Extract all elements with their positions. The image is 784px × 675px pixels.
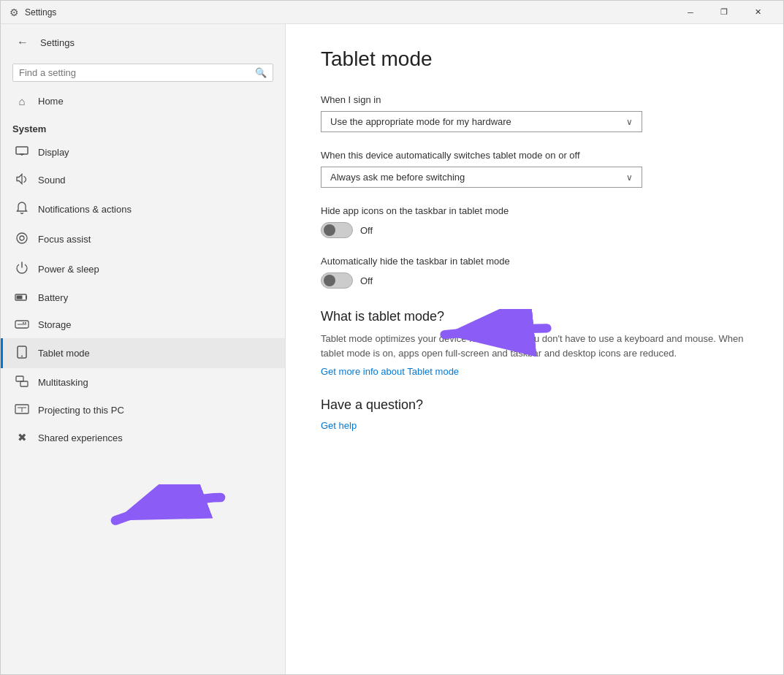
sidebar-item-projecting[interactable]: Projecting to this PC — [1, 397, 285, 424]
restore-button[interactable]: ❐ — [707, 1, 741, 24]
sidebar-item-focus[interactable]: Focus assist — [1, 224, 285, 254]
minimize-button[interactable]: ─ — [674, 1, 707, 24]
sidebar-item-power[interactable]: Power & sleep — [1, 254, 285, 284]
hide-taskbar-toggle-label: Off — [360, 275, 373, 286]
sidebar-item-notifications[interactable]: Notifications & actions — [1, 194, 285, 224]
sidebar-item-label-sound: Sound — [38, 175, 66, 186]
hide-icons-toggle[interactable] — [321, 222, 353, 238]
sign-in-dropdown[interactable]: Use the appropriate mode for my hardware… — [321, 111, 642, 132]
sidebar-item-label-battery: Battery — [38, 292, 68, 303]
search-input[interactable] — [19, 67, 251, 78]
storage-icon — [15, 319, 29, 331]
display-icon — [15, 146, 29, 159]
page-title: Tablet mode — [321, 47, 748, 71]
tablet-icon — [15, 346, 29, 361]
sidebar-header: ← Settings — [1, 24, 285, 58]
focus-icon — [15, 232, 29, 247]
sign-in-setting: When I sign in Use the appropriate mode … — [321, 94, 748, 132]
sidebar-item-label-projecting: Projecting to this PC — [38, 405, 124, 416]
hide-taskbar-toggle-row: Off — [321, 272, 748, 289]
sidebar-item-shared[interactable]: ✖ Shared experiences — [1, 424, 285, 451]
svg-rect-11 — [16, 376, 23, 381]
info-section: What is tablet mode? Tablet mode optimiz… — [321, 309, 748, 377]
window-controls: ─ ❐ ✕ — [674, 1, 775, 24]
sidebar-item-label-home: Home — [38, 96, 64, 107]
sidebar-item-label-shared: Shared experiences — [38, 432, 123, 443]
svg-point-7 — [25, 322, 26, 324]
notifications-icon — [15, 202, 29, 217]
svg-rect-12 — [20, 381, 28, 386]
svg-point-10 — [21, 356, 23, 357]
auto-switch-setting: When this device automatically switches … — [321, 150, 748, 188]
system-section-label: System — [1, 115, 285, 139]
sidebar-item-multitasking[interactable]: Multitasking — [1, 368, 285, 397]
sidebar-item-label-multitasking: Multitasking — [38, 377, 88, 388]
sign-in-label: When I sign in — [321, 94, 748, 105]
sign-in-arrow-icon: ∨ — [626, 117, 633, 127]
close-button[interactable]: ✕ — [741, 1, 775, 24]
hide-taskbar-label: Automatically hide the taskbar in tablet… — [321, 256, 748, 267]
hide-icons-label: Hide app icons on the taskbar in tablet … — [321, 205, 748, 216]
hide-taskbar-setting: Automatically hide the taskbar in tablet… — [321, 256, 748, 289]
back-button[interactable]: ← — [12, 33, 33, 52]
auto-switch-dropdown[interactable]: Always ask me before switching ∨ — [321, 167, 642, 188]
home-icon: ⌂ — [15, 95, 29, 107]
hide-icons-toggle-row: Off — [321, 222, 748, 238]
multitasking-icon — [15, 375, 29, 389]
info-heading: What is tablet mode? — [321, 309, 748, 324]
battery-icon — [15, 291, 29, 304]
sound-icon — [15, 173, 29, 187]
auto-switch-label: When this device automatically switches … — [321, 150, 748, 161]
sidebar-item-label-display: Display — [38, 147, 69, 158]
sidebar-item-label-focus: Focus assist — [38, 234, 91, 245]
sidebar-item-tablet[interactable]: Tablet mode — [1, 338, 285, 368]
sidebar-item-home[interactable]: ⌂ Home — [1, 88, 285, 115]
question-heading: Have a question? — [321, 397, 748, 413]
search-box[interactable]: 🔍 — [12, 64, 273, 82]
sidebar-item-label-notifications: Notifications & actions — [38, 204, 132, 215]
hide-taskbar-toggle[interactable] — [321, 272, 353, 289]
power-icon — [15, 262, 29, 277]
question-section: Have a question? Get help — [321, 397, 748, 431]
sidebar-item-storage[interactable]: Storage — [1, 311, 285, 338]
sidebar-title: Settings — [40, 37, 75, 48]
sidebar-item-label-power: Power & sleep — [38, 264, 99, 275]
auto-switch-arrow-icon: ∨ — [626, 172, 633, 183]
sidebar: ← Settings 🔍 ⌂ Home System — [1, 24, 286, 674]
search-icon: 🔍 — [255, 67, 267, 78]
content-area: Tablet mode When I sign in Use the appro… — [286, 24, 783, 674]
info-description: Tablet mode optimizes your device for to… — [321, 332, 745, 360]
svg-point-8 — [23, 322, 24, 324]
get-help-link[interactable]: Get help — [321, 420, 748, 431]
shared-icon: ✖ — [15, 431, 29, 444]
svg-rect-4 — [17, 296, 23, 300]
sidebar-item-battery[interactable]: Battery — [1, 284, 285, 311]
sign-in-selected: Use the appropriate mode for my hardware — [330, 116, 511, 127]
sidebar-item-sound[interactable]: Sound — [1, 166, 285, 194]
sidebar-item-label-tablet: Tablet mode — [38, 348, 90, 359]
sidebar-item-label-storage: Storage — [38, 319, 72, 330]
auto-switch-selected: Always ask me before switching — [330, 172, 465, 183]
sidebar-item-display[interactable]: Display — [1, 139, 285, 166]
projecting-icon — [15, 404, 29, 416]
info-link[interactable]: Get more info about Tablet mode — [321, 366, 748, 377]
hide-icons-setting: Hide app icons on the taskbar in tablet … — [321, 205, 748, 238]
title-bar: ⚙ Settings ─ ❐ ✕ — [1, 1, 783, 24]
settings-icon: ⚙ — [9, 7, 19, 18]
window-title: Settings — [25, 7, 56, 18]
hide-icons-toggle-label: Off — [360, 225, 373, 236]
svg-rect-0 — [16, 147, 28, 154]
